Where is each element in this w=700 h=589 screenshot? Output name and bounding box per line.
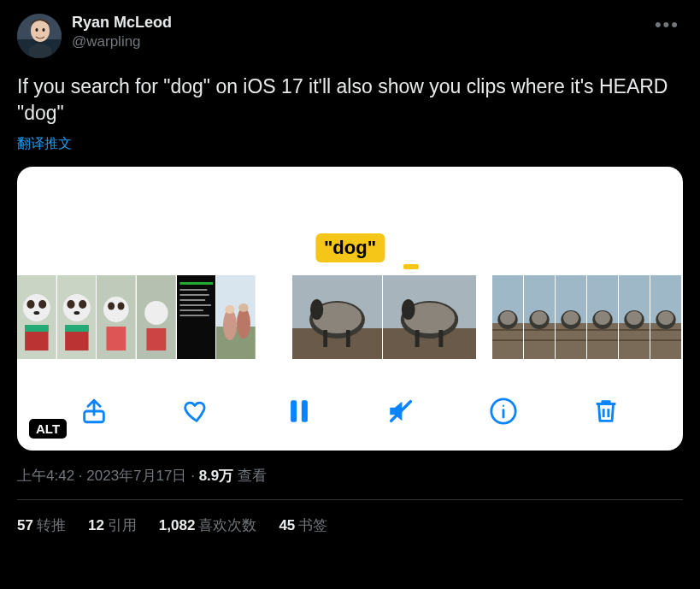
svg-rect-18: [65, 325, 88, 332]
thumbnail: [587, 275, 619, 359]
thumbnail: [556, 275, 587, 359]
svg-point-20: [103, 297, 129, 322]
thumbnail: [492, 275, 524, 359]
user-handle: @warpling: [72, 32, 651, 51]
more-icon[interactable]: •••: [651, 14, 683, 36]
svg-point-66: [532, 311, 547, 325]
thumbnail: [137, 275, 177, 359]
svg-point-25: [144, 301, 168, 325]
stat-likes[interactable]: 1,082喜欢次数: [159, 515, 257, 535]
svg-rect-46: [323, 330, 327, 347]
svg-rect-47: [346, 330, 350, 347]
svg-point-4: [43, 28, 45, 32]
svg-rect-28: [179, 282, 213, 285]
thumbnail: [177, 275, 217, 359]
svg-point-14: [67, 300, 74, 309]
svg-point-13: [63, 294, 91, 321]
thumbnail: [57, 275, 97, 359]
svg-point-3: [36, 28, 38, 32]
svg-point-90: [658, 311, 674, 325]
svg-point-15: [79, 300, 86, 309]
media-attachment[interactable]: "dog": [17, 167, 683, 451]
svg-point-45: [310, 299, 323, 320]
display-name: Ryan McLeod: [72, 14, 651, 32]
translate-link[interactable]: 翻译推文: [17, 135, 72, 153]
user-names[interactable]: Ryan McLeod @warpling: [72, 14, 651, 51]
thumbnail: [619, 275, 650, 359]
svg-point-21: [108, 303, 115, 310]
svg-rect-26: [146, 328, 166, 350]
caption-pill: "dog": [315, 233, 385, 262]
svg-point-6: [23, 294, 50, 321]
svg-rect-23: [107, 327, 126, 350]
meta-time: 上午4:42: [17, 468, 74, 484]
timeline-marker: [403, 264, 419, 269]
svg-point-22: [118, 303, 125, 310]
svg-point-7: [26, 300, 34, 309]
meta-date: 2023年7月17日: [86, 468, 186, 484]
thumbnail: [383, 275, 477, 359]
thumbnail: [17, 275, 57, 359]
svg-rect-33: [179, 309, 203, 311]
alt-badge[interactable]: ALT: [29, 419, 67, 439]
tweet-text: If you search for "dog" on iOS 17 it'll …: [17, 74, 683, 127]
svg-rect-31: [179, 299, 205, 301]
stat-retweets[interactable]: 57转推: [17, 515, 66, 535]
svg-point-16: [74, 311, 79, 315]
svg-point-72: [563, 311, 579, 325]
heart-icon[interactable]: [179, 394, 214, 428]
trash-icon[interactable]: [589, 394, 623, 428]
svg-point-37: [223, 309, 237, 340]
svg-point-84: [626, 311, 642, 325]
svg-point-40: [239, 303, 249, 312]
svg-point-96: [503, 405, 504, 407]
share-icon[interactable]: [77, 394, 111, 428]
thumbnail: [216, 275, 256, 359]
tweet-container: Ryan McLeod @warpling ••• If you search …: [0, 0, 700, 535]
svg-rect-54: [438, 330, 443, 347]
svg-rect-29: [179, 289, 207, 291]
svg-point-78: [595, 311, 610, 325]
media-toolbar: [17, 394, 683, 428]
mute-icon[interactable]: [384, 394, 418, 428]
pause-icon[interactable]: [282, 394, 316, 428]
tweet-meta[interactable]: 上午4:42 · 2023年7月17日 · 8.9万 查看: [17, 466, 683, 486]
clip-group-3: [492, 275, 683, 359]
clip-group-2: [289, 275, 477, 359]
thumbnail: [524, 275, 556, 359]
clip-group-1: [17, 275, 256, 359]
info-icon[interactable]: [486, 394, 521, 428]
svg-point-38: [237, 308, 250, 339]
svg-point-60: [500, 311, 515, 325]
svg-point-8: [38, 300, 46, 309]
stat-quotes[interactable]: 12引用: [88, 515, 137, 535]
svg-rect-32: [179, 304, 211, 306]
svg-point-39: [226, 305, 235, 314]
svg-rect-53: [415, 330, 420, 347]
svg-rect-30: [179, 294, 209, 296]
svg-rect-93: [301, 400, 307, 422]
svg-rect-92: [291, 400, 297, 422]
svg-rect-11: [25, 325, 48, 332]
views-label: 查看: [238, 468, 267, 484]
svg-rect-27: [177, 275, 216, 359]
thumbnail: [289, 275, 383, 359]
avatar[interactable]: [17, 14, 62, 58]
video-timeline-strip: [17, 275, 683, 359]
svg-rect-34: [179, 315, 209, 316]
thumbnail: [650, 275, 682, 359]
tweet-header: Ryan McLeod @warpling •••: [17, 14, 683, 58]
views-count: 8.9万: [199, 468, 234, 484]
stats-row: 57转推 12引用 1,082喜欢次数 45书签: [17, 500, 683, 535]
svg-point-9: [33, 311, 39, 315]
stat-bookmarks[interactable]: 45书签: [279, 515, 327, 535]
thumbnail: [97, 275, 137, 359]
svg-point-52: [402, 299, 415, 320]
